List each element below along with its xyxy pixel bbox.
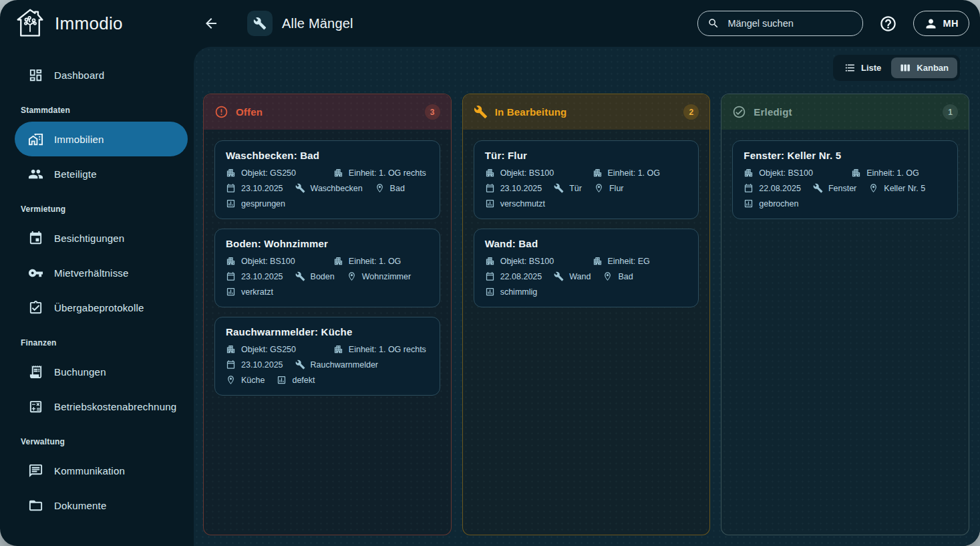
alert-circle-icon [214,105,228,119]
sidebar-item-mietverhaeltnisse[interactable]: Mietverhältnisse [15,255,188,290]
sidebar-item-kommunikation[interactable]: Kommunikation [15,453,188,488]
meta-einheit: Einheit: 1. OG [851,168,947,178]
defect-card[interactable]: Wand: Bad Objekt: BS100 Einheit: EG 22.0… [474,229,699,307]
help-button[interactable] [875,11,901,37]
group-icon [28,166,43,182]
sidebar-section-vermietung: Vermietung [0,204,194,214]
sidebar: Dashboard Stammdaten Immobilien Beteilig… [0,47,194,546]
search-icon [707,17,719,29]
calendar-icon [226,183,236,193]
sidebar-item-dokumente[interactable]: Dokumente [15,488,188,523]
calendar-event-icon [28,231,43,246]
meta-status: gesprungen [226,198,285,209]
sidebar-item-dashboard[interactable]: Dashboard [15,57,188,92]
wrench-badge [247,11,273,36]
list-icon [844,62,856,74]
meta-category: Boden [295,271,335,281]
search-input[interactable] [726,17,854,29]
column-header-in-bearbeitung: In Bearbeitung 2 [463,94,710,130]
key-icon [28,265,43,281]
kanban-icon [900,62,911,74]
kanban-column-in-bearbeitung: In Bearbeitung 2 Tür: Flur Objekt: BS100… [462,94,711,535]
column-body-in-bearbeitung: Tür: Flur Objekt: BS100 Einheit: 1. OG 2… [463,130,710,535]
search-box[interactable] [697,11,863,36]
calendar-icon [485,183,495,193]
location-pin-icon [226,375,236,385]
column-body-erledigt: Fenster: Keller Nr. 5 Objekt: BS100 Einh… [721,130,969,535]
app-window: Immodio Alle Mängel MH Dashboard [0,0,980,546]
meta-category: Waschbecken [295,183,363,193]
defect-card[interactable]: Fenster: Keller Nr. 5 Objekt: BS100 Einh… [732,140,958,219]
meta-location: Bad [375,183,405,193]
toggle-liste-button[interactable]: Liste [836,57,890,78]
wrench-icon [554,271,564,281]
meta-date: 23.10.2025 [226,183,283,193]
analytics-icon [277,375,287,385]
sidebar-item-uebergabeprotokolle[interactable]: Übergabeprotokolle [15,290,188,325]
wrench-icon [813,183,823,193]
building-icon [851,168,861,178]
location-pin-icon [594,183,604,193]
meta-date: 22.08.2025 [485,271,542,281]
meta-status: gebrochen [744,198,798,209]
page-title-group: Alle Mängel [247,11,353,36]
building-icon [333,168,343,178]
wrench-icon [554,183,564,193]
location-pin-icon [868,183,878,193]
column-header-erledigt: Erledigt 1 [721,94,969,130]
meta-status: schimmlig [485,287,538,297]
toggle-kanban-button[interactable]: Kanban [891,57,957,78]
building-icon [485,256,495,266]
meta-status: defekt [277,375,315,385]
receipt-icon [28,364,43,380]
building-icon [744,168,754,178]
back-arrow-icon [203,15,219,31]
sidebar-item-buchungen[interactable]: Buchungen [15,354,188,389]
person-icon [924,17,938,31]
defect-card[interactable]: Rauchwarnmelder: Küche Objekt: GS250 Ein… [214,317,440,396]
building-icon [333,344,343,354]
meta-location: Küche [226,375,265,385]
top-bar: Immodio Alle Mängel MH [0,0,980,47]
user-menu-button[interactable]: MH [913,11,969,36]
meta-objekt: Objekt: GS250 [226,344,321,354]
defect-card-title: Tür: Flur [485,150,688,161]
meta-objekt: Objekt: BS100 [485,256,581,266]
meta-category: Rauchwarnmelder [295,360,378,370]
sidebar-item-besichtigungen[interactable]: Besichtigungen [15,221,188,255]
count-badge: 3 [425,104,440,120]
folder-icon [28,498,43,513]
meta-date: 23.10.2025 [226,271,283,281]
meta-category: Wand [554,271,591,281]
building-icon [226,256,236,266]
defect-card[interactable]: Boden: Wohnzimmer Objekt: BS100 Einheit:… [214,229,440,307]
sidebar-item-beteiligte[interactable]: Beteiligte [15,156,188,191]
sidebar-item-betriebskostenabrechnung[interactable]: Betriebskostenabrechnung [15,389,188,424]
meta-date: 23.10.2025 [226,360,283,370]
defect-card-title: Wand: Bad [485,238,688,249]
meta-objekt: Objekt: GS250 [226,168,321,178]
clipboard-check-icon [28,300,43,315]
meta-einheit: Einheit: 1. OG rechts [333,168,429,178]
building-icon [333,256,343,266]
meta-location: Bad [603,271,633,281]
chat-icon [28,463,43,479]
analytics-icon [744,198,754,209]
calculator-icon [28,399,43,414]
meta-status: verschmutzt [485,198,545,209]
defect-card[interactable]: Waschbecken: Bad Objekt: GS250 Einheit: … [214,140,440,219]
wrench-icon [295,183,305,193]
building-icon [226,168,236,178]
location-pin-icon [603,271,613,281]
meta-einheit: Einheit: EG [593,256,688,266]
meta-location: Wohnzimmer [347,271,411,281]
calendar-icon [744,183,754,193]
back-button[interactable] [199,11,223,35]
sidebar-item-immobilien[interactable]: Immobilien [15,122,188,156]
defect-card[interactable]: Tür: Flur Objekt: BS100 Einheit: 1. OG 2… [474,140,699,219]
defect-card-title: Waschbecken: Bad [226,150,429,161]
analytics-icon [226,287,236,297]
wrench-icon [295,271,305,281]
meta-date: 22.08.2025 [744,183,801,193]
view-toggle: Liste Kanban [833,55,960,81]
